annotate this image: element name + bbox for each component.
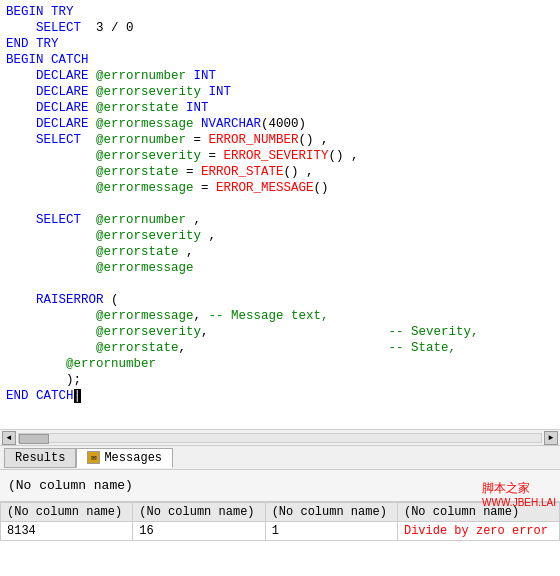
scroll-left-arrow[interactable]: ◄ [2,431,16,445]
code-line [6,276,554,292]
code-line [6,196,554,212]
results-top-area: (No column name) [0,470,560,502]
code-line: SELECT @errornumber = ERROR_NUMBER() , [6,132,554,148]
cell-state: 1 [265,522,397,541]
code-line: @errorseverity = ERROR_SEVERITY() , [6,148,554,164]
code-line: BEGIN TRY [6,4,554,20]
error-message-text: Divide by zero error [404,524,548,538]
code-line: END TRY [6,36,554,52]
code-line: @errornumber [6,356,554,372]
code-editor[interactable]: BEGIN TRY SELECT 3 / 0 END TRY BEGIN CAT… [0,0,560,430]
code-line: ); [6,372,554,388]
code-line: @errormessage [6,260,554,276]
table-header-row: (No column name) (No column name) (No co… [1,503,560,522]
code-line: @errormessage, -- Message text, [6,308,554,324]
results-table: (No column name) (No column name) (No co… [0,502,560,541]
code-line: @errorseverity, -- Severity, [6,324,554,340]
code-line: @errorseverity , [6,228,554,244]
messages-tab-label: Messages [104,451,162,465]
code-line: SELECT @errornumber , [6,212,554,228]
watermark: 脚本之家 WWW.JBEH.LAI [482,480,556,508]
no-column-name-label: (No column name) [8,478,133,493]
code-line: DECLARE @errorseverity INT [6,84,554,100]
cell-severity: 16 [133,522,265,541]
col-header-1: (No column name) [1,503,133,522]
col-header-2: (No column name) [133,503,265,522]
code-line: RAISERROR ( [6,292,554,308]
code-line: DECLARE @errormessage NVARCHAR(4000) [6,116,554,132]
code-line: @errormessage = ERROR_MESSAGE() [6,180,554,196]
scroll-thumb[interactable] [19,434,49,444]
code-line: @errorstate, -- State, [6,340,554,356]
horizontal-scrollbar[interactable]: ◄ ► [0,430,560,446]
col-header-3: (No column name) [265,503,397,522]
results-table-area: (No column name) (No column name) (No co… [0,502,560,562]
cell-errornumber: 8134 [1,522,133,541]
scroll-right-arrow[interactable]: ► [544,431,558,445]
code-line: DECLARE @errorstate INT [6,100,554,116]
message-icon: ✉ [87,451,100,464]
cell-message: Divide by zero error [397,522,559,541]
watermark-url: WWW.JBEH.LAI [482,497,556,508]
tab-messages[interactable]: ✉ Messages [76,448,173,468]
watermark-text: 脚本之家 [482,480,556,497]
scroll-track[interactable] [18,433,542,443]
code-line: END CATCH| [6,388,554,404]
code-line: SELECT 3 / 0 [6,20,554,36]
tab-results[interactable]: Results [4,448,76,468]
code-line: DECLARE @errornumber INT [6,68,554,84]
code-line: @errorstate , [6,244,554,260]
code-line: BEGIN CATCH [6,52,554,68]
code-line: @errorstate = ERROR_STATE() , [6,164,554,180]
tabs-bar: Results ✉ Messages [0,446,560,470]
results-tab-label: Results [15,451,65,465]
table-row: 8134 16 1 Divide by zero error [1,522,560,541]
